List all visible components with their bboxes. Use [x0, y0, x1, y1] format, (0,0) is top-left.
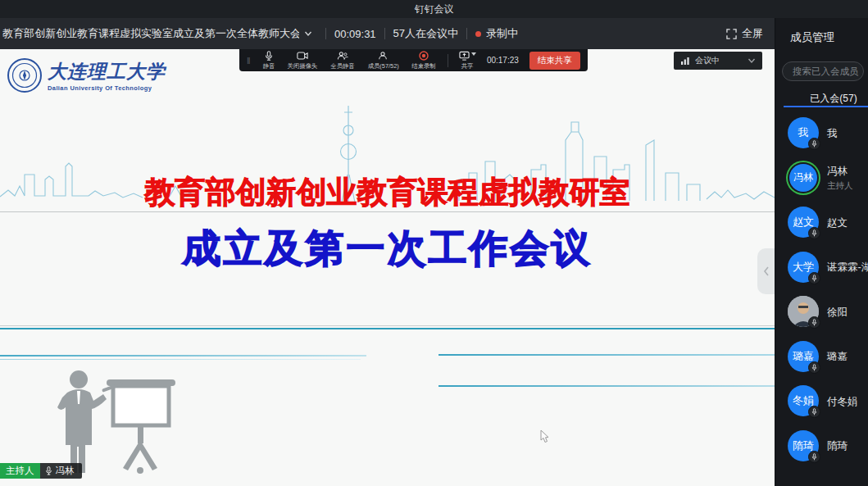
- member-row[interactable]: 赵文 赵文: [775, 200, 868, 245]
- mic-badge-icon: [808, 138, 820, 150]
- members-count-label: 成员(57/52): [367, 61, 398, 70]
- university-emblem-icon: [7, 57, 43, 93]
- panel-title: 成员管理: [790, 30, 834, 45]
- camera-button[interactable]: 关闭摄像头: [286, 51, 319, 70]
- stop-record-button[interactable]: 结束录制: [411, 51, 437, 70]
- slide-line: [0, 355, 366, 357]
- divider: [384, 28, 385, 39]
- stop-record-label: 结束录制: [411, 61, 435, 70]
- member-row[interactable]: 冯林 冯林 主持人: [775, 156, 868, 201]
- search-input[interactable]: [793, 66, 861, 76]
- microphone-icon: [264, 51, 274, 61]
- chevron-down-icon[interactable]: [304, 30, 312, 38]
- slide-line: [0, 325, 775, 326]
- share-button[interactable]: 共享: [459, 51, 476, 70]
- member-name: 我: [827, 128, 838, 139]
- meeting-status-label: 会议中: [695, 55, 720, 66]
- slide-line: [439, 354, 775, 356]
- members-button[interactable]: 成员(57/52): [366, 51, 400, 70]
- window-titlebar: 钉钉会议: [0, 0, 868, 18]
- avatar: 冬娟: [788, 385, 819, 416]
- divider: [448, 54, 448, 67]
- avatar-speaking: 冯林: [788, 162, 819, 193]
- member-row[interactable]: 璐嘉 璐嘉: [775, 334, 868, 379]
- mic-badge-icon: [808, 272, 820, 284]
- avatar: 我: [788, 117, 819, 148]
- meeting-status-dropdown[interactable]: 会议中: [674, 52, 762, 70]
- member-row[interactable]: 我 我: [775, 111, 868, 156]
- avatar-initials: 冯林: [789, 164, 817, 192]
- presenter-name: 冯林: [56, 465, 75, 477]
- mic-badge-icon: [808, 316, 820, 329]
- chevron-left-icon: [763, 266, 770, 276]
- members-icon: [378, 51, 388, 61]
- member-name: 付冬娟: [827, 396, 858, 407]
- participant-count: 57人在会议中: [393, 26, 458, 41]
- member-name: 赵文: [827, 217, 848, 229]
- mute-label: 静音: [262, 61, 275, 70]
- share-screen-icon: [459, 51, 470, 61]
- fullscreen-icon: [726, 29, 737, 39]
- slide-line: [0, 328, 775, 329]
- logo-english-name: Dalian University Of Technology: [48, 84, 166, 92]
- avatar: 璐嘉: [788, 341, 819, 372]
- divider: [466, 28, 467, 39]
- slide-line: [439, 385, 775, 387]
- end-share-button[interactable]: 结束共享: [529, 52, 580, 70]
- meeting-header: 教育部创新创业教育课程虚拟实验室成立及第一次全体教师大会 00:09:31 57…: [0, 18, 775, 49]
- mute-all-icon: [337, 51, 348, 61]
- member-name: 璐嘉: [827, 351, 848, 362]
- member-role: 主持人: [827, 180, 853, 192]
- mute-button[interactable]: 静音: [262, 51, 275, 70]
- dingtalk-meeting-window: 钉钉会议 教育部创新创业教育课程虚拟实验室成立及第一次全体教师大会 00:09:…: [0, 0, 868, 486]
- logo-chinese-name: 大连理工大学: [48, 59, 166, 84]
- host-badge: 主持人: [0, 463, 40, 479]
- active-tab-underline: [784, 106, 868, 107]
- mute-all-button[interactable]: 全员静音: [329, 51, 356, 70]
- share-timer: 00:17:23: [487, 56, 519, 65]
- camera-label: 关闭摄像头: [287, 61, 317, 70]
- member-row[interactable]: 徐阳: [775, 289, 868, 334]
- meeting-toolbar: ‖ 静音 关闭摄像头 全员静音 成员(57/52) 结束录制: [239, 49, 588, 71]
- avatar-photo: [788, 296, 819, 327]
- mic-badge-icon: [808, 227, 820, 239]
- avatar: 赵文: [788, 207, 819, 238]
- sidebar-collapse-handle[interactable]: [757, 248, 775, 294]
- slide-title-blue: 成立及第一次工作会议: [0, 223, 775, 275]
- fullscreen-label: 全屏: [742, 26, 763, 41]
- presenter-clipart: [56, 365, 203, 479]
- slide-line: [0, 211, 775, 212]
- microphone-icon: [45, 466, 52, 475]
- fullscreen-button[interactable]: 全屏: [726, 26, 763, 41]
- mic-badge-icon: [808, 406, 820, 418]
- record-icon: [419, 51, 429, 61]
- mouse-cursor: [539, 429, 550, 443]
- member-management-panel: 成员管理 已入会(57) 我 我 冯林 冯林 主持人: [775, 18, 868, 486]
- presenter-badges: 主持人 冯林: [0, 463, 82, 479]
- divider: [325, 28, 326, 39]
- member-name: 徐阳: [827, 307, 848, 318]
- recording-status: 录制中: [486, 26, 518, 41]
- tab-joined-members[interactable]: 已入会(57): [775, 92, 868, 106]
- member-name: 谌霖霖-湖: [827, 261, 868, 273]
- member-row[interactable]: 冬娟 付冬娟: [775, 379, 868, 424]
- chevron-down-icon: [748, 57, 756, 65]
- member-row[interactable]: 隋琦 隋琦: [775, 424, 868, 469]
- signal-bars-icon: [680, 57, 690, 66]
- mute-all-label: 全员静音: [330, 61, 354, 70]
- meeting-duration: 00:09:31: [334, 28, 376, 40]
- member-search[interactable]: [782, 61, 864, 81]
- member-name: 冯林: [827, 166, 848, 177]
- member-list: 我 我 冯林 冯林 主持人 赵文 赵文: [775, 111, 868, 468]
- meeting-title[interactable]: 教育部创新创业教育课程虚拟实验室成立及第一次全体教师大会: [2, 26, 299, 41]
- avatar: 隋琦: [788, 430, 819, 461]
- shared-screen: 大连理工大学 Dalian University Of Technology 教…: [0, 49, 775, 486]
- member-name: 隋琦: [827, 440, 848, 452]
- mic-badge-icon: [808, 451, 820, 463]
- recording-dot-icon: [475, 31, 481, 37]
- toolbar-drag-handle[interactable]: ‖: [247, 56, 252, 66]
- camera-icon: [297, 51, 308, 61]
- avatar: 大学: [788, 252, 819, 283]
- presenter-name-badge: 冯林: [40, 463, 82, 479]
- member-row[interactable]: 大学 谌霖霖-湖: [775, 245, 868, 290]
